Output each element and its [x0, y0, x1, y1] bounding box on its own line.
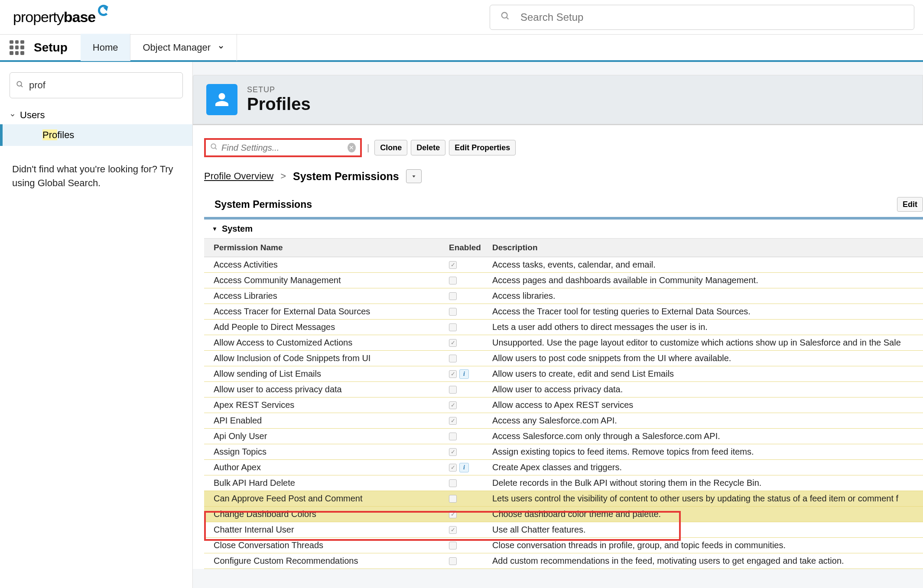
enabled-checkbox — [449, 308, 457, 316]
permission-name: Allow Access to Customized Actions — [204, 335, 449, 350]
enabled-checkbox: ✓ — [449, 370, 457, 378]
section-title: System Permissions — [214, 199, 729, 210]
edit-properties-button[interactable]: Edit Properties — [449, 140, 516, 155]
delete-button[interactable]: Delete — [411, 140, 445, 155]
enabled-checkbox: ✓ — [449, 510, 457, 518]
table-row: Author Apex✓iCreate Apex classes and tri… — [204, 460, 923, 475]
info-icon[interactable]: i — [459, 369, 469, 379]
breadcrumb-separator: > — [280, 171, 286, 182]
enabled-cell: ✓i — [449, 460, 488, 475]
table-row: Access LibrariesAccess libraries. — [204, 288, 923, 304]
permission-name: Allow Inclusion of Code Snippets from UI — [204, 351, 449, 366]
breadcrumb-dropdown[interactable] — [406, 169, 422, 183]
permission-description: Allow users to create, edit and send Lis… — [488, 366, 923, 381]
tree-profiles-hl: Pro — [42, 129, 57, 140]
svg-point-2 — [17, 81, 22, 86]
enabled-cell: ✓ — [449, 508, 488, 521]
permission-description: Delete records in the Bulk API without s… — [488, 475, 923, 491]
enabled-cell: ✓i — [449, 367, 488, 381]
global-header: propertybase — [0, 0, 923, 35]
table-row: Change Dashboard Colors✓Choose dashboard… — [204, 507, 923, 522]
enabled-checkbox — [449, 292, 457, 300]
enabled-cell — [449, 383, 488, 396]
permission-name: Access Community Management — [204, 273, 449, 288]
system-subsection-label: System — [222, 224, 253, 234]
table-row: Configure Custom RecommendationsAdd cust… — [204, 553, 923, 569]
edit-button[interactable]: Edit — [897, 197, 923, 212]
logo-text-bold: base — [64, 9, 96, 26]
permission-description: Access the Tracer tool for testing queri… — [488, 304, 923, 319]
global-search[interactable] — [490, 5, 914, 30]
app-launcher-icon[interactable] — [10, 40, 24, 55]
find-settings-box[interactable]: ✕ — [204, 138, 362, 157]
tree-node-users[interactable]: Users — [0, 106, 192, 124]
tab-home[interactable]: Home — [81, 34, 131, 61]
permission-name: API Enabled — [204, 413, 449, 428]
detail-panel: ✕ | Clone Delete Edit Properties Profile… — [193, 124, 923, 569]
system-subsection[interactable]: System — [204, 220, 923, 239]
permission-name: Author Apex — [204, 460, 449, 475]
page-eyebrow: SETUP — [247, 85, 311, 94]
enabled-cell — [449, 430, 488, 443]
permission-name: Assign Topics — [204, 444, 449, 459]
svg-line-3 — [21, 85, 23, 87]
enabled-cell: ✓ — [449, 399, 488, 412]
enabled-checkbox: ✓ — [449, 401, 457, 409]
logo[interactable]: propertybase — [13, 9, 109, 26]
enabled-checkbox — [449, 277, 457, 284]
permissions-table: Permission Name Enabled Description Acce… — [204, 239, 923, 569]
permission-name: Allow sending of List Emails — [204, 366, 449, 381]
permission-description: Close conversation threads in profile, g… — [488, 538, 923, 553]
enabled-cell — [449, 352, 488, 365]
enabled-cell: ✓ — [449, 523, 488, 536]
enabled-cell: ✓ — [449, 336, 488, 349]
content-area: SETUP Profiles ✕ | Clone Delete Edit Pro… — [193, 62, 923, 588]
app-name: Setup — [34, 41, 68, 55]
enabled-checkbox — [449, 479, 457, 487]
col-permission-name: Permission Name — [204, 239, 449, 257]
table-row: Allow sending of List Emails✓iAllow user… — [204, 366, 923, 382]
enabled-cell — [449, 321, 488, 334]
permission-description: Access any Salesforce.com API. — [488, 413, 923, 428]
enabled-checkbox: ✓ — [449, 448, 457, 456]
permission-name: Access Libraries — [204, 288, 449, 304]
info-icon[interactable]: i — [459, 463, 469, 472]
profiles-icon — [206, 84, 237, 115]
enabled-cell: ✓ — [449, 446, 488, 459]
enabled-cell — [449, 274, 488, 287]
sidebar-search-input[interactable] — [29, 80, 176, 91]
enabled-cell — [449, 290, 488, 303]
clone-button[interactable]: Clone — [374, 140, 407, 155]
clear-icon[interactable]: ✕ — [348, 143, 356, 152]
enabled-checkbox: ✓ — [449, 464, 457, 472]
tree-profiles-rest: files — [57, 129, 74, 140]
find-settings-input[interactable] — [221, 143, 348, 153]
enabled-checkbox — [449, 495, 457, 503]
svg-line-5 — [215, 148, 217, 149]
enabled-checkbox — [449, 323, 457, 331]
logo-text-light: property — [13, 9, 64, 26]
enabled-checkbox: ✓ — [449, 339, 457, 347]
permission-name: Chatter Internal User — [204, 522, 449, 537]
sidebar-help-text: Didn't find what you're looking for? Try… — [0, 146, 192, 207]
search-icon — [210, 143, 218, 153]
tab-home-label: Home — [93, 42, 118, 53]
permission-name: Access Activities — [204, 257, 449, 272]
permission-description: Allow users to post code snippets from t… — [488, 351, 923, 366]
permission-description: Choose dashboard color theme and palette… — [488, 507, 923, 522]
toolbar-separator: | — [367, 143, 369, 153]
tab-object-manager[interactable]: Object Manager — [130, 34, 237, 61]
permission-description: Access pages and dashboards available in… — [488, 273, 923, 288]
breadcrumb-profile-overview[interactable]: Profile Overview — [204, 171, 273, 182]
tree-users-label: Users — [20, 110, 45, 121]
table-row: Chatter Internal User✓Use all Chatter fe… — [204, 522, 923, 538]
enabled-checkbox — [449, 542, 457, 549]
enabled-cell: ✓ — [449, 258, 488, 271]
svg-line-1 — [507, 17, 509, 19]
sidebar-search[interactable] — [10, 72, 183, 98]
enabled-cell — [449, 492, 488, 505]
global-search-input[interactable] — [520, 11, 904, 23]
tree-node-profiles[interactable]: Profiles — [0, 124, 192, 146]
enabled-checkbox — [449, 355, 457, 362]
permission-description: Create Apex classes and triggers. — [488, 460, 923, 475]
